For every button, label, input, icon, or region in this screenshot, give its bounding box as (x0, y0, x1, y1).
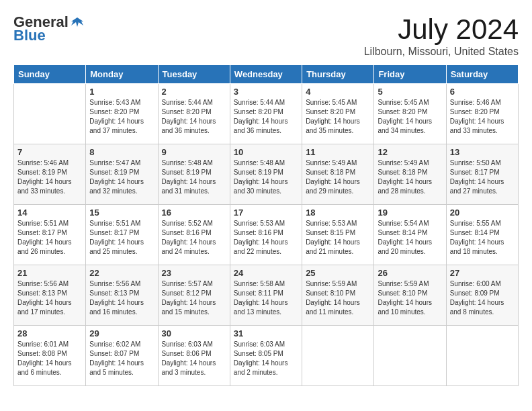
day-number: 22 (89, 268, 154, 278)
day-info: Sunrise: 5:52 AM Sunset: 8:16 PM Dayligh… (162, 219, 226, 257)
logo: General Blue (13, 13, 85, 44)
sunset-text: Sunset: 8:07 PM (89, 350, 139, 357)
calendar-cell: 8 Sunrise: 5:47 AM Sunset: 8:19 PM Dayli… (86, 144, 158, 205)
sunset-text: Sunset: 8:17 PM (89, 229, 139, 236)
calendar-week-row: 21 Sunrise: 5:56 AM Sunset: 8:13 PM Dayl… (14, 265, 519, 326)
sunset-text: Sunset: 8:16 PM (162, 229, 212, 236)
sunrise-text: Sunrise: 5:48 AM (162, 159, 213, 167)
daylight-text: Daylight: 14 hours and 16 minutes. (89, 299, 144, 316)
sunset-text: Sunset: 8:13 PM (89, 289, 139, 297)
day-info: Sunrise: 5:56 AM Sunset: 8:13 PM Dayligh… (89, 279, 154, 317)
day-number: 27 (450, 268, 515, 278)
day-info: Sunrise: 5:53 AM Sunset: 8:16 PM Dayligh… (234, 219, 298, 257)
day-info: Sunrise: 6:03 AM Sunset: 8:05 PM Dayligh… (234, 340, 298, 377)
daylight-text: Daylight: 14 hours and 32 minutes. (89, 178, 144, 195)
calendar-table: SundayMondayTuesdayWednesdayThursdayFrid… (13, 64, 519, 386)
daylight-text: Daylight: 14 hours and 17 minutes. (17, 299, 72, 316)
sunset-text: Sunset: 8:20 PM (306, 108, 355, 116)
daylight-text: Daylight: 14 hours and 27 minutes. (450, 178, 504, 195)
day-info: Sunrise: 5:59 AM Sunset: 8:10 PM Dayligh… (378, 279, 442, 317)
day-number: 10 (234, 147, 298, 157)
sunset-text: Sunset: 8:14 PM (378, 229, 427, 236)
sunset-text: Sunset: 8:19 PM (234, 169, 283, 176)
calendar-cell: 29 Sunrise: 6:02 AM Sunset: 8:07 PM Dayl… (86, 326, 158, 386)
sunrise-text: Sunrise: 5:58 AM (234, 280, 285, 287)
day-info: Sunrise: 5:50 AM Sunset: 8:17 PM Dayligh… (450, 158, 515, 196)
daylight-text: Daylight: 14 hours and 25 minutes. (89, 238, 144, 255)
sunrise-text: Sunrise: 6:03 AM (162, 340, 213, 348)
sunrise-text: Sunrise: 5:53 AM (234, 220, 285, 227)
sunrise-text: Sunrise: 5:45 AM (378, 99, 429, 106)
sunrise-text: Sunrise: 5:59 AM (306, 280, 357, 287)
sunset-text: Sunset: 8:18 PM (306, 169, 355, 176)
weekday-header-monday: Monday (86, 65, 158, 84)
logo-blue-text: Blue (13, 27, 46, 44)
daylight-text: Daylight: 14 hours and 37 minutes. (89, 118, 144, 134)
sunrise-text: Sunrise: 5:55 AM (450, 220, 501, 227)
calendar-week-row: 14 Sunrise: 5:51 AM Sunset: 8:17 PM Dayl… (14, 205, 519, 265)
sunset-text: Sunset: 8:12 PM (162, 289, 212, 297)
day-number: 23 (162, 268, 226, 278)
sunset-text: Sunset: 8:05 PM (234, 350, 283, 357)
weekday-header-tuesday: Tuesday (158, 65, 230, 84)
day-info: Sunrise: 5:58 AM Sunset: 8:11 PM Dayligh… (234, 279, 298, 317)
calendar-cell: 20 Sunrise: 5:55 AM Sunset: 8:14 PM Dayl… (446, 205, 518, 265)
sunrise-text: Sunrise: 6:02 AM (89, 340, 140, 348)
sunrise-text: Sunrise: 5:56 AM (17, 280, 69, 287)
daylight-text: Daylight: 14 hours and 20 minutes. (378, 238, 432, 255)
calendar-cell: 11 Sunrise: 5:49 AM Sunset: 8:18 PM Dayl… (302, 144, 374, 205)
sunrise-text: Sunrise: 5:46 AM (450, 99, 501, 106)
calendar-cell: 12 Sunrise: 5:49 AM Sunset: 8:18 PM Dayl… (374, 144, 446, 205)
calendar-week-row: 28 Sunrise: 6:01 AM Sunset: 8:08 PM Dayl… (14, 326, 519, 386)
daylight-text: Daylight: 14 hours and 15 minutes. (162, 299, 216, 316)
day-info: Sunrise: 5:54 AM Sunset: 8:14 PM Dayligh… (378, 219, 442, 257)
calendar-cell: 16 Sunrise: 5:52 AM Sunset: 8:16 PM Dayl… (158, 205, 230, 265)
calendar-cell: 6 Sunrise: 5:46 AM Sunset: 8:20 PM Dayli… (446, 84, 518, 144)
sunrise-text: Sunrise: 5:54 AM (378, 220, 429, 227)
day-info: Sunrise: 6:03 AM Sunset: 8:06 PM Dayligh… (162, 340, 226, 377)
sunset-text: Sunset: 8:19 PM (89, 169, 139, 176)
daylight-text: Daylight: 14 hours and 10 minutes. (378, 299, 432, 316)
day-number: 9 (162, 147, 226, 157)
day-number: 8 (89, 147, 154, 157)
sunrise-text: Sunrise: 6:03 AM (234, 340, 285, 348)
day-number: 15 (89, 208, 154, 218)
sunset-text: Sunset: 8:15 PM (306, 229, 355, 236)
daylight-text: Daylight: 14 hours and 33 minutes. (450, 118, 504, 134)
calendar-cell (374, 326, 446, 386)
sunset-text: Sunset: 8:06 PM (162, 350, 212, 357)
daylight-text: Daylight: 14 hours and 11 minutes. (306, 299, 360, 316)
sunset-text: Sunset: 8:17 PM (17, 229, 67, 236)
calendar-cell: 23 Sunrise: 5:57 AM Sunset: 8:12 PM Dayl… (158, 265, 230, 326)
day-info: Sunrise: 6:02 AM Sunset: 8:07 PM Dayligh… (89, 340, 154, 377)
calendar-cell: 21 Sunrise: 5:56 AM Sunset: 8:13 PM Dayl… (14, 265, 86, 326)
day-number: 28 (17, 328, 82, 338)
title-area: July 2024 Lilbourn, Missouri, United Sta… (364, 13, 519, 58)
day-number: 6 (450, 87, 515, 97)
calendar-cell: 25 Sunrise: 5:59 AM Sunset: 8:10 PM Dayl… (302, 265, 374, 326)
daylight-text: Daylight: 14 hours and 18 minutes. (450, 238, 504, 255)
sunrise-text: Sunrise: 5:59 AM (378, 280, 429, 287)
sunrise-text: Sunrise: 5:51 AM (89, 220, 140, 227)
daylight-text: Daylight: 14 hours and 33 minutes. (17, 178, 72, 195)
daylight-text: Daylight: 14 hours and 35 minutes. (306, 118, 360, 134)
day-number: 17 (234, 208, 298, 218)
svg-marker-0 (71, 17, 83, 27)
calendar-cell: 2 Sunrise: 5:44 AM Sunset: 8:20 PM Dayli… (158, 84, 230, 144)
sunrise-text: Sunrise: 5:56 AM (89, 280, 140, 287)
day-number: 14 (17, 208, 82, 218)
day-number: 30 (162, 328, 226, 338)
calendar-week-row: 7 Sunrise: 5:46 AM Sunset: 8:19 PM Dayli… (14, 144, 519, 205)
sunset-text: Sunset: 8:20 PM (162, 108, 212, 116)
day-info: Sunrise: 5:43 AM Sunset: 8:20 PM Dayligh… (89, 98, 154, 136)
sunrise-text: Sunrise: 5:49 AM (306, 159, 357, 167)
calendar-cell: 30 Sunrise: 6:03 AM Sunset: 8:06 PM Dayl… (158, 326, 230, 386)
day-info: Sunrise: 5:51 AM Sunset: 8:17 PM Dayligh… (17, 219, 82, 257)
calendar-cell: 4 Sunrise: 5:45 AM Sunset: 8:20 PM Dayli… (302, 84, 374, 144)
calendar-week-row: 1 Sunrise: 5:43 AM Sunset: 8:20 PM Dayli… (14, 84, 519, 144)
sunrise-text: Sunrise: 5:43 AM (89, 99, 140, 106)
daylight-text: Daylight: 14 hours and 3 minutes. (162, 359, 216, 376)
calendar-cell: 3 Sunrise: 5:44 AM Sunset: 8:20 PM Dayli… (230, 84, 302, 144)
day-number: 19 (378, 208, 442, 218)
sunset-text: Sunset: 8:09 PM (450, 289, 500, 297)
